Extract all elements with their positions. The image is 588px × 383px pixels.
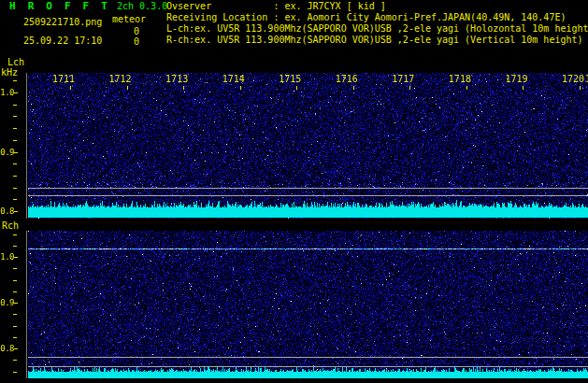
lch-freq-major-tick xyxy=(14,211,18,212)
lch-freq-minor-tick xyxy=(13,199,17,200)
time-axis-label: 1720 xyxy=(562,75,584,84)
lch-info-line: L-ch:ex. UV5R 113.900Mhz(SAPPORO VOR)USB… xyxy=(166,24,588,34)
hrofft-screen: H R O F F T 2ch 0.3.0 2509221710.png met… xyxy=(0,0,588,383)
lch-freq-minor-tick xyxy=(13,163,17,164)
lch-freq-minor-tick xyxy=(13,116,17,117)
lch-label: Lch xyxy=(7,58,24,67)
rch-info-line: R-ch:ex. UV5R 113.900Mhz(SAPPORO VOR)USB… xyxy=(166,35,583,45)
rch-freq-label: 1.0 xyxy=(0,252,14,262)
rch-freq-minor-tick xyxy=(13,337,17,338)
datetime-label: 25.09.22 17:10 xyxy=(23,36,102,46)
lch-spectrogram xyxy=(28,73,588,219)
rch-freq-minor-tick xyxy=(13,268,17,269)
time-axis-tick xyxy=(127,86,128,90)
freq-unit-label: kHz xyxy=(1,68,18,78)
rch-freq-label: 0.8 xyxy=(0,344,14,353)
time-axis-tick xyxy=(523,86,523,90)
rch-freq-major-tick xyxy=(14,348,18,349)
time-axis-tick xyxy=(70,86,71,90)
rch-freq-minor-tick xyxy=(13,326,17,327)
lch-freq-minor-tick xyxy=(13,105,17,106)
time-axis-tick xyxy=(183,86,184,90)
rch-spectrogram xyxy=(28,231,588,378)
rch-freq-major-tick xyxy=(14,303,18,304)
time-axis-tick xyxy=(580,86,581,90)
time-axis-label: 1714 xyxy=(222,75,245,84)
lch-freq-label: 1.0 xyxy=(0,88,14,97)
rch-label: Rch xyxy=(2,221,19,231)
time-axis-label: 1719 xyxy=(505,75,527,84)
time-axis-tick xyxy=(296,86,297,90)
time-axis-label: 1711 xyxy=(52,75,75,84)
time-axis-label: 1716 xyxy=(336,75,358,84)
lch-freq-minor-tick xyxy=(13,176,17,177)
time-axis-tick xyxy=(353,86,354,90)
lch-freq-label: 0.8 xyxy=(0,206,14,216)
lch-freq-label: 0.9 xyxy=(0,148,14,157)
rch-freq-minor-tick xyxy=(13,314,17,315)
rch-freq-minor-tick xyxy=(13,280,17,281)
lch-freq-major-tick xyxy=(14,152,18,153)
rch-freq-minor-tick xyxy=(13,360,17,361)
time-axis-label: 1713 xyxy=(165,75,188,84)
lch-freq-minor-tick xyxy=(13,188,17,189)
time-axis-label: 1717 xyxy=(392,75,414,84)
lch-freq-major-tick xyxy=(14,92,18,93)
time-axis-label: 1718 xyxy=(449,75,471,84)
rch-freq-major-tick xyxy=(14,257,18,258)
observer-line: Ovserver : ex. JR7CYX [ kid ] xyxy=(166,2,386,11)
lch-freq-minor-tick xyxy=(13,140,17,141)
rch-freq-minor-tick xyxy=(13,246,17,247)
time-axis-tick xyxy=(466,86,467,90)
rch-freq-minor-tick xyxy=(13,372,17,373)
lch-panel-left-edge xyxy=(26,73,27,219)
time-axis-tick xyxy=(409,86,410,90)
meteor-count-l: 0 xyxy=(110,27,139,36)
location-line: Receiving Location : ex. Aomori City Aom… xyxy=(166,13,566,22)
lch-freq-minor-tick xyxy=(13,80,17,81)
rch-freq-minor-tick xyxy=(13,291,17,292)
meteor-count-r: 0 xyxy=(110,37,139,47)
time-axis-label: 1715 xyxy=(279,75,301,84)
rch-panel-left-edge xyxy=(26,231,27,378)
time-axis-label: 1712 xyxy=(109,75,132,84)
version-label: 2ch 0.3.0 xyxy=(117,2,167,11)
lch-freq-minor-tick xyxy=(13,128,17,129)
filename-label: 2509221710.png xyxy=(23,18,102,27)
mode-label: meteor xyxy=(112,15,146,24)
time-axis-tick xyxy=(240,86,241,90)
rch-freq-label: 0.9 xyxy=(0,298,14,307)
rch-freq-minor-tick xyxy=(13,234,17,235)
app-title: H R O F F T xyxy=(9,2,110,11)
